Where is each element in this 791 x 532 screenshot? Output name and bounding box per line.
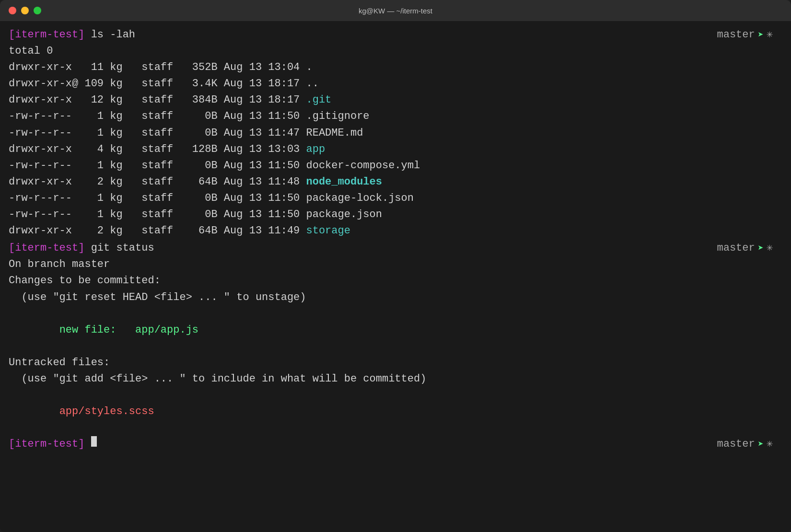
total-line: total 0	[9, 43, 782, 59]
final-prompt-section: [iterm-test] master ➤ ✳	[9, 436, 782, 452]
branch-label-1: master	[717, 27, 755, 43]
blank-4	[9, 420, 782, 436]
ls-entry-11: drwxr-xr-x 2 kg staff 64B Aug 13 11:49 s…	[9, 223, 782, 239]
changes-hint: (use "git reset HEAD <file> ... " to uns…	[9, 289, 782, 306]
ls-entry-6: drwxr-xr-x 4 kg staff 128B Aug 13 13:03 …	[9, 141, 782, 158]
git-command-section: [iterm-test] git status master ➤ ✳ On br…	[9, 240, 782, 420]
status-3: master ➤ ✳	[717, 436, 773, 452]
star-icon-3: ✳	[767, 436, 773, 452]
blank-1	[9, 306, 782, 322]
ls-entry-7: -rw-r--r-- 1 kg staff 0B Aug 13 11:50 do…	[9, 158, 782, 174]
changes-header: Changes to be committed:	[9, 273, 782, 289]
prompt-2: [iterm-test]	[9, 240, 84, 256]
ls-entry-5: -rw-r--r-- 1 kg staff 0B Aug 13 11:47 RE…	[9, 125, 782, 141]
status-2: master ➤ ✳	[717, 240, 773, 256]
arrow-icon-2: ➤	[758, 241, 764, 256]
branch-label-3: master	[717, 436, 755, 452]
ls-entry-3: drwxr-xr-x 12 kg staff 384B Aug 13 18:17…	[9, 92, 782, 108]
terminal-window: kg@KW — ~/iterm-test [iterm-test] ls -la…	[0, 0, 791, 532]
blank-2	[9, 338, 782, 355]
untracked-hint: (use "git add <file> ... " to include in…	[9, 371, 782, 387]
staged-file-1: new file: app/app.js	[9, 322, 782, 338]
prompt-1: [iterm-test]	[9, 27, 84, 43]
prompt-3: [iterm-test]	[9, 436, 84, 452]
ls-entry-8: drwxr-xr-x 2 kg staff 64B Aug 13 11:48 n…	[9, 174, 782, 190]
status-1: master ➤ ✳	[717, 27, 773, 43]
window-title: kg@KW — ~/iterm-test	[359, 7, 432, 15]
ls-command-line: [iterm-test] ls -lah master ➤ ✳	[9, 27, 782, 43]
ls-entry-1: drwxr-xr-x 11 kg staff 352B Aug 13 13:04…	[9, 59, 782, 76]
blank-3	[9, 387, 782, 404]
final-prompt-line: [iterm-test] master ➤ ✳	[9, 436, 782, 452]
maximize-button[interactable]	[34, 7, 41, 14]
star-icon-1: ✳	[767, 27, 773, 43]
terminal-body[interactable]: [iterm-test] ls -lah master ➤ ✳ total 0 …	[0, 21, 791, 532]
star-icon-2: ✳	[767, 240, 773, 256]
cursor	[91, 436, 97, 447]
untracked-file-1: app/styles.scss	[9, 404, 782, 420]
arrow-icon-1: ➤	[758, 28, 764, 43]
branch-label-2: master	[717, 240, 755, 256]
ls-entry-4: -rw-r--r-- 1 kg staff 0B Aug 13 11:50 .g…	[9, 108, 782, 125]
branch-line: On branch master	[9, 256, 782, 273]
ls-command-section: [iterm-test] ls -lah master ➤ ✳ total 0 …	[9, 27, 782, 239]
traffic-lights	[9, 7, 41, 14]
ls-entry-10: -rw-r--r-- 1 kg staff 0B Aug 13 11:50 pa…	[9, 207, 782, 223]
titlebar: kg@KW — ~/iterm-test	[0, 0, 791, 21]
git-command-line: [iterm-test] git status master ➤ ✳	[9, 240, 782, 256]
arrow-icon-3: ➤	[758, 437, 764, 452]
ls-entry-2: drwxr-xr-x@ 109 kg staff 3.4K Aug 13 18:…	[9, 76, 782, 92]
ls-entry-9: -rw-r--r-- 1 kg staff 0B Aug 13 11:50 pa…	[9, 190, 782, 207]
untracked-header: Untracked files:	[9, 355, 782, 371]
minimize-button[interactable]	[21, 7, 29, 14]
close-button[interactable]	[9, 7, 16, 14]
